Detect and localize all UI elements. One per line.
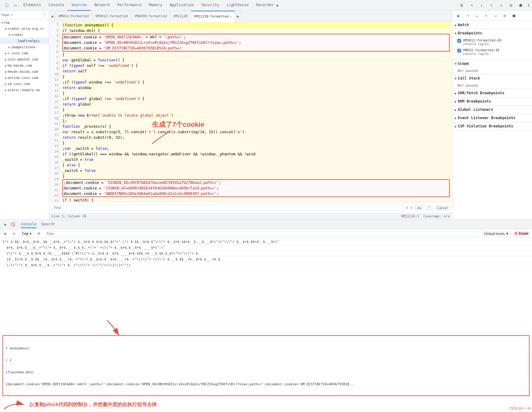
find-match-case-btn[interactable]: Aa xyxy=(415,205,423,211)
code-content[interactable]: (function anonymous() { if (window.mh1) … xyxy=(60,22,452,202)
close-tab-btn[interactable]: ✕ xyxy=(230,15,232,18)
tree-item-hmcdn[interactable]: hmcdn.baidu.com xyxy=(0,68,49,75)
resume-btn[interactable]: ▶ xyxy=(455,12,462,19)
console-clear-btn2[interactable]: ⊘ xyxy=(11,231,17,237)
code-line-24: if ((getGlobal() === window && !window.n… xyxy=(62,151,450,157)
code-line-11: ;if (typeof window !== 'undefined') { xyxy=(62,80,450,85)
code-line-12: return window xyxy=(62,85,450,91)
find-nav-up[interactable]: ∧ xyxy=(406,206,408,210)
console-output[interactable]: {"+ $.$$ _$+$._$+$._$$ __$+$._+"\\"+ $._… xyxy=(0,238,532,334)
tab-recorder[interactable]: Recorder ▲ xyxy=(252,0,282,11)
console-clear-btn[interactable]: 🚫 xyxy=(10,221,16,227)
breakpoint-checkbox-2[interactable] xyxy=(457,49,461,52)
deactivate-breakpoints-btn[interactable]: ⊘ xyxy=(507,1,515,10)
csp-header[interactable]: CSP Violation Breakpoints xyxy=(452,122,532,130)
tab-network[interactable]: Network xyxy=(91,0,114,11)
csdn-watermark: CSDN @小一哥 xyxy=(509,406,531,411)
step-out-btn[interactable]: ↑ xyxy=(483,12,490,19)
watch-section: Watch xyxy=(452,21,532,29)
console-tab-search[interactable]: Search xyxy=(41,221,55,228)
chevron-right-icon xyxy=(455,116,456,120)
step-into-btn[interactable]: ↓ xyxy=(477,1,486,10)
console-eye-btn[interactable]: 👁 xyxy=(36,231,42,237)
source-tab-vm11128-formatted[interactable]: VM11128:formatted ✕ xyxy=(191,11,235,22)
tree-item-credit-acla[interactable]: credit.acla.org.cr xyxy=(0,25,49,32)
step-over-btn[interactable]: ↷ xyxy=(467,1,476,10)
scope-status: Not paused xyxy=(457,69,478,73)
breakpoint-checkbox-1[interactable] xyxy=(457,39,461,43)
deactivate-btn[interactable]: ⊘ xyxy=(501,12,508,19)
tab-performance[interactable]: Performance xyxy=(114,0,145,11)
chevron-right-icon xyxy=(455,99,456,103)
dom-header[interactable]: DOM Breakpoints xyxy=(452,97,532,105)
code-line-28: } xyxy=(62,173,450,179)
source-tab-vm652[interactable]: VM652:formatted xyxy=(55,11,92,22)
code-wrapper: 1 2 3 4 5 6 7 8 9 10 11 12 13 14 xyxy=(49,22,452,219)
pause-exceptions-btn[interactable]: ⏺ xyxy=(510,12,518,19)
device-toolbar-btn[interactable]: ▭ xyxy=(11,1,20,10)
console-left-icons: ▶ 🚫 xyxy=(2,221,16,227)
tab-security[interactable]: Security xyxy=(198,0,223,11)
tree-item-lawfirm[interactable]: lawFirm?pic xyxy=(0,38,49,44)
event-header[interactable]: Event Listener Breakpoints xyxy=(452,114,532,122)
pause-on-exceptions-btn[interactable]: ⏺ xyxy=(516,1,525,10)
tree-item-label: hm.baidu.com xyxy=(7,64,32,68)
code-line-20: var result = s.substring(5, 7).concat('t… xyxy=(62,129,450,135)
tree-item-hm-baidu[interactable]: hm.baidu.com xyxy=(0,62,49,68)
console-run-btn[interactable]: ▶ xyxy=(2,231,9,237)
tree-item-mmstat[interactable]: cnzz.mmstat.com xyxy=(0,56,49,62)
tree-item-credit[interactable]: credit xyxy=(0,32,49,38)
tabs-forward-btn[interactable]: ▶ xyxy=(235,11,241,22)
file-panel-more-btn[interactable]: ⋮ xyxy=(41,12,48,18)
pause-btn[interactable]: ⏸ xyxy=(457,1,466,10)
code-line-9: return self xyxy=(62,68,450,74)
find-input[interactable] xyxy=(52,205,404,211)
step-over-btn[interactable]: ↷ xyxy=(464,12,471,19)
chevron-right-icon xyxy=(5,82,6,86)
call-stack-header[interactable]: Call Stack xyxy=(452,74,532,82)
console-tab-console[interactable]: Console xyxy=(21,221,37,228)
tree-item-static-homolo[interactable]: static.homolo.ne xyxy=(0,87,49,93)
step-btn[interactable]: → xyxy=(492,12,499,19)
tab-elements[interactable]: Elements xyxy=(20,0,45,11)
default-levels-btn[interactable]: Default levels ▼ xyxy=(482,231,511,236)
filter-input[interactable] xyxy=(45,231,480,236)
code-editor-center: ◀ VM652:formatted VM3813:formatted VM603… xyxy=(49,11,452,219)
inspect-element-btn[interactable]: ⬡ xyxy=(2,1,11,10)
find-nav-down[interactable]: ∨ xyxy=(410,206,413,210)
source-tab-vm6038[interactable]: VM6038:formatted xyxy=(131,11,170,22)
tab-console[interactable]: Console xyxy=(45,0,68,11)
code-line-23: ;var _switch = false; xyxy=(62,146,450,151)
tree-item-images[interactable]: images/icons xyxy=(0,44,49,50)
find-cancel-btn[interactable]: Cancel xyxy=(435,205,450,211)
scope-header[interactable]: Scope xyxy=(452,60,532,68)
tabs-back-btn[interactable]: ◀ xyxy=(49,11,55,22)
tree-item-label: s4.cnzz.com xyxy=(7,82,30,86)
call-stack-content: Not paused xyxy=(452,82,532,89)
debug-toolbar: ▶ ↷ ↓ ↑ → ⊘ ⏺ xyxy=(452,11,532,21)
code-line-21: return result.substr(0, 32); xyxy=(62,135,450,140)
step-btn[interactable]: → xyxy=(497,1,505,10)
source-tab-vm11128[interactable]: VM11128 xyxy=(170,11,191,22)
more-tabs-btn[interactable]: » xyxy=(11,13,13,17)
tree-item-online-cnzz[interactable]: online.cnzz.com xyxy=(0,75,49,81)
step-into-btn[interactable]: ↓ xyxy=(473,12,481,19)
watch-header[interactable]: Watch xyxy=(452,21,532,29)
tab-application[interactable]: Application xyxy=(166,0,198,11)
breakpoints-header[interactable]: Breakpoints xyxy=(452,29,532,37)
tree-item-top[interactable]: top xyxy=(0,19,49,25)
context-selector[interactable]: top ▼ xyxy=(20,231,33,236)
tree-item-cnzz[interactable]: c.cnzz.com xyxy=(0,50,49,56)
find-regex-btn[interactable]: .* xyxy=(426,205,432,211)
breakpoints-content: VM3813:formatted:45 console.log(d), VM65… xyxy=(452,37,532,59)
xhr-header[interactable]: XHR/fetch Breakpoints xyxy=(452,89,532,97)
issues-badge[interactable]: 1 Issue xyxy=(514,231,530,235)
tree-item-s4-cnzz[interactable]: s4.cnzz.com xyxy=(0,81,49,87)
tab-memory[interactable]: Memory xyxy=(145,0,166,11)
tab-sources[interactable]: Sources xyxy=(68,0,91,11)
step-out-btn[interactable]: ↑ xyxy=(487,1,495,10)
tab-lighthouse[interactable]: Lighthouse xyxy=(223,0,252,11)
global-header[interactable]: Global Listeners xyxy=(452,106,532,114)
console-execute-btn[interactable]: ▶ xyxy=(2,221,9,227)
source-tab-vm3813[interactable]: VM3813:formatted xyxy=(92,11,131,22)
